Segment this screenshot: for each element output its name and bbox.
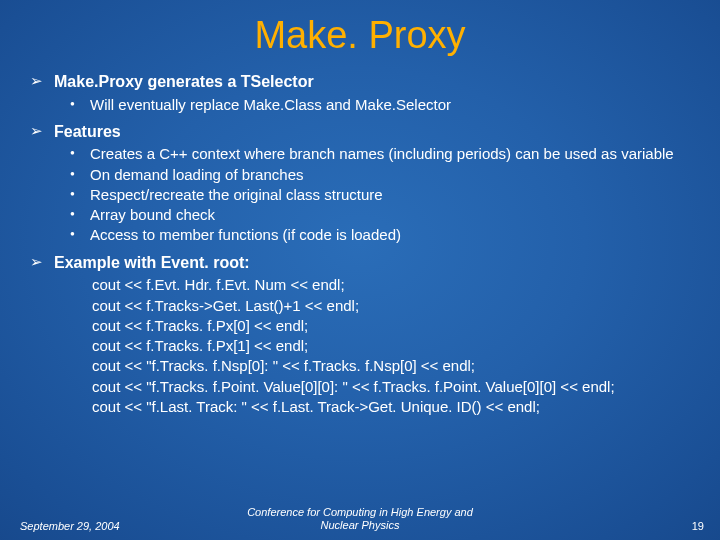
code-line: cout << "f.Tracks. f.Nsp[0]: " << f.Trac… [92,356,690,376]
bullet-item: On demand loading of branches [70,165,690,185]
bullet-item: Array bound check [70,205,690,225]
bullet-item: Creates a C++ context where branch names… [70,144,690,164]
code-block: cout << f.Evt. Hdr. f.Evt. Num << endl; … [92,275,690,417]
bullet-item: Access to member functions (if code is l… [70,225,690,245]
slide-content: Make.Proxy generates a TSelector Will ev… [0,71,720,417]
slide-title: Make. Proxy [0,0,720,65]
section-heading-1: Make.Proxy generates a TSelector [30,71,690,93]
section-heading-2: Features [30,121,690,143]
code-line: cout << "f.Tracks. f.Point. Value[0][0]:… [92,377,690,397]
footer-page-number: 19 [692,520,704,532]
section-heading-3: Example with Event. root: [30,252,690,274]
bullet-item: Will eventually replace Make.Class and M… [70,95,690,115]
code-line: cout << f.Evt. Hdr. f.Evt. Num << endl; [92,275,690,295]
code-line: cout << "f.Last. Track: " << f.Last. Tra… [92,397,690,417]
bullet-item: Respect/recreate the original class stru… [70,185,690,205]
code-line: cout << f.Tracks->Get. Last()+1 << endl; [92,296,690,316]
slide: Make. Proxy Make.Proxy generates a TSele… [0,0,720,540]
footer-conference: Conference for Computing in High Energy … [0,506,720,532]
code-line: cout << f.Tracks. f.Px[0] << endl; [92,316,690,336]
footer-conf-line1: Conference for Computing in High Energy … [247,506,473,518]
code-line: cout << f.Tracks. f.Px[1] << endl; [92,336,690,356]
footer-conf-line2: Nuclear Physics [321,519,400,531]
